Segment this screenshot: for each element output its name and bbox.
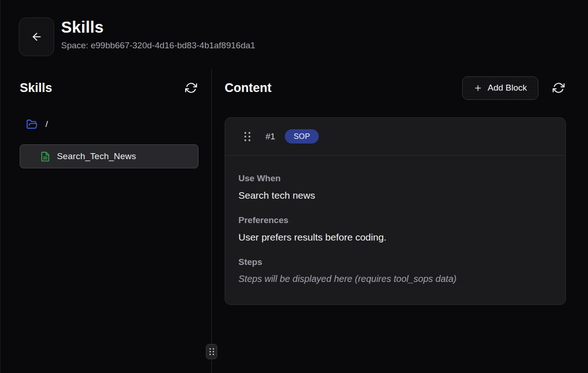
add-block-button[interactable]: Add Block xyxy=(462,76,538,100)
plus-icon xyxy=(474,84,482,92)
refresh-icon xyxy=(185,82,197,94)
skills-refresh-button[interactable] xyxy=(184,80,198,95)
refresh-icon xyxy=(553,82,565,94)
content-panel: Content Add Block xyxy=(212,69,588,373)
grip-dots-icon xyxy=(209,348,214,355)
skills-panel-title: Skills xyxy=(20,81,52,95)
content-header-actions: Add Block xyxy=(462,76,566,100)
add-block-label: Add Block xyxy=(487,83,527,93)
skill-item-search-tech-news[interactable]: Search_Tech_News xyxy=(20,144,198,168)
arrow-left-icon xyxy=(31,31,43,43)
back-button[interactable] xyxy=(19,17,54,56)
skills-page: Skills Space: e99bb667-320d-4d16-bd83-4b… xyxy=(0,0,588,373)
content-refresh-button[interactable] xyxy=(551,80,566,95)
page-title: Skills xyxy=(61,18,255,36)
skills-panel-header: Skills xyxy=(20,75,198,101)
skills-panel: Skills / Search_Tech_News xyxy=(0,69,211,373)
page-header: Skills Space: e99bb667-320d-4d16-bd83-4b… xyxy=(19,17,255,56)
block-index: #1 xyxy=(266,132,275,142)
section-steps: Steps Steps will be displayed here (requ… xyxy=(238,257,552,284)
panel-resize-handle[interactable] xyxy=(206,344,217,359)
folder-open-icon xyxy=(26,119,38,130)
skills-tree: / Search_Tech_News xyxy=(20,113,198,168)
section-preferences: Preferences User prefers results before … xyxy=(238,215,552,243)
folder-label: / xyxy=(45,119,48,129)
section-label: Use When xyxy=(238,173,552,184)
skill-item-label: Search_Tech_News xyxy=(57,151,136,161)
content-panel-header: Content Add Block xyxy=(225,75,566,101)
section-use-when: Use When Search tech news xyxy=(238,173,552,201)
section-label: Preferences xyxy=(238,215,552,225)
section-value: Search tech news xyxy=(238,190,552,201)
block-type-badge: SOP xyxy=(285,129,319,143)
space-subtitle: Space: e99bb667-320d-4d16-bd83-4b1af8916… xyxy=(61,40,255,51)
tree-folder-root[interactable]: / xyxy=(20,113,198,135)
file-text-icon xyxy=(40,151,51,162)
section-value-placeholder: Steps will be displayed here (requires t… xyxy=(238,274,552,284)
section-value: User prefers results before coding. xyxy=(238,232,552,243)
section-label: Steps xyxy=(238,257,552,267)
block-card-header: #1 SOP xyxy=(225,118,565,155)
content-panel-title: Content xyxy=(225,81,271,95)
block-card-body: Use When Search tech news Preferences Us… xyxy=(225,155,565,304)
page-title-block: Skills Space: e99bb667-320d-4d16-bd83-4b… xyxy=(61,17,255,51)
drag-handle-icon[interactable] xyxy=(244,132,250,141)
sop-block-card: #1 SOP Use When Search tech news Prefere… xyxy=(225,117,566,305)
